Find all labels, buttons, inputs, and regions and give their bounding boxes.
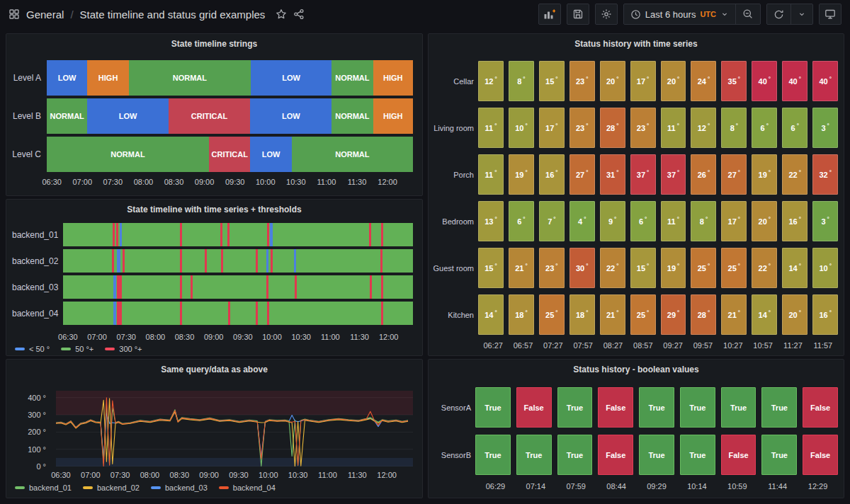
status-cell[interactable]: 14° xyxy=(478,294,504,335)
status-cell[interactable]: 26° xyxy=(691,154,716,195)
state-segment[interactable]: HIGH xyxy=(373,60,413,96)
status-cell[interactable]: 15° xyxy=(539,61,565,101)
status-cell[interactable]: 23° xyxy=(539,248,565,288)
state-segment[interactable]: LOW xyxy=(250,137,291,172)
status-cell[interactable]: 3° xyxy=(812,201,838,241)
state-segment[interactable]: NORMAL xyxy=(332,60,373,96)
status-cell[interactable]: 31° xyxy=(600,154,625,195)
status-cell[interactable]: 21° xyxy=(509,248,534,288)
status-cell[interactable]: 14° xyxy=(782,248,808,288)
state-segment[interactable]: LOW xyxy=(87,98,168,134)
status-cell[interactable]: 20° xyxy=(782,294,808,335)
state-segment[interactable]: NORMAL xyxy=(129,60,251,96)
bool-cell[interactable]: True xyxy=(639,387,674,428)
status-cell[interactable]: 19° xyxy=(509,154,534,195)
status-cell[interactable]: 9° xyxy=(600,201,625,241)
status-cell[interactable]: 25° xyxy=(691,248,716,288)
legend-item[interactable]: 50 °+ xyxy=(61,345,94,353)
bool-cell[interactable]: True xyxy=(721,387,756,428)
bool-cell[interactable]: True xyxy=(475,435,511,475)
status-cell[interactable]: 6° xyxy=(630,201,656,241)
status-cell[interactable]: 23° xyxy=(570,61,595,101)
legend-item[interactable]: backend_02 xyxy=(83,483,140,492)
status-cell[interactable]: 25° xyxy=(539,294,565,335)
state-segment[interactable]: NORMAL xyxy=(47,98,87,134)
status-cell[interactable]: 40° xyxy=(812,61,838,101)
status-cell[interactable]: 28° xyxy=(691,294,716,335)
status-cell[interactable]: 17° xyxy=(539,108,565,148)
status-cell[interactable]: 6° xyxy=(782,108,808,148)
bool-cell[interactable]: False xyxy=(516,387,552,428)
bool-cell[interactable]: True xyxy=(557,387,593,428)
status-cell[interactable]: 17° xyxy=(721,201,747,241)
status-cell[interactable]: 37° xyxy=(630,154,656,195)
state-segment[interactable]: HIGH xyxy=(87,60,128,96)
status-cell[interactable]: 12° xyxy=(478,61,504,101)
status-cell[interactable]: 30° xyxy=(570,248,595,288)
state-segment[interactable]: CRITICAL xyxy=(169,98,251,134)
status-cell[interactable]: 12° xyxy=(691,108,716,148)
status-cell[interactable]: 11° xyxy=(661,201,686,241)
legend-item[interactable]: 300 °+ xyxy=(105,345,142,353)
bool-cell[interactable]: False xyxy=(803,435,838,475)
status-cell[interactable]: 13° xyxy=(478,201,504,241)
state-segment[interactable]: CRITICAL xyxy=(209,137,250,172)
status-cell[interactable]: 16° xyxy=(539,154,565,195)
panel-title[interactable]: Status history - boolean values xyxy=(429,360,844,374)
status-cell[interactable]: 6° xyxy=(752,108,777,148)
status-cell[interactable]: 40° xyxy=(782,61,808,101)
status-cell[interactable]: 16° xyxy=(782,201,808,241)
status-cell[interactable]: 4° xyxy=(570,201,595,241)
status-cell[interactable]: 11° xyxy=(661,108,686,148)
status-cell[interactable]: 16° xyxy=(812,294,838,335)
status-cell[interactable]: 18° xyxy=(509,294,534,335)
bool-cell[interactable]: True xyxy=(761,387,797,428)
save-dashboard-button[interactable] xyxy=(567,4,589,25)
bool-cell[interactable]: True xyxy=(639,435,674,475)
time-range-picker[interactable]: Last 6 hours UTC xyxy=(624,4,735,24)
state-segment[interactable]: HIGH xyxy=(373,98,413,134)
apps-grid-icon[interactable] xyxy=(8,8,20,20)
status-cell[interactable]: 17° xyxy=(630,61,656,101)
state-segment[interactable]: NORMAL xyxy=(47,137,209,172)
status-cell[interactable]: 22° xyxy=(600,248,625,288)
legend-item[interactable]: backend_01 xyxy=(15,483,72,492)
add-panel-button[interactable] xyxy=(538,4,561,25)
panel-title[interactable]: Same query/data as above xyxy=(6,360,422,374)
panel-title[interactable]: State timeline with time series + thresh… xyxy=(6,200,422,214)
bool-cell[interactable]: True xyxy=(680,387,715,428)
bool-cell[interactable]: True xyxy=(516,435,552,475)
status-cell[interactable]: 8° xyxy=(721,108,747,148)
refresh-interval-dropdown[interactable] xyxy=(791,4,812,24)
zoom-out-time-button[interactable] xyxy=(736,4,760,24)
bool-cell[interactable]: False xyxy=(721,435,756,475)
status-cell[interactable]: 37° xyxy=(661,154,686,195)
status-cell[interactable]: 22° xyxy=(752,248,777,288)
breadcrumb-section[interactable]: General xyxy=(26,8,64,21)
status-cell[interactable]: 19° xyxy=(752,154,777,195)
status-cell[interactable]: 7° xyxy=(539,201,565,241)
kiosk-mode-button[interactable] xyxy=(819,4,842,25)
legend-item[interactable]: < 50 ° xyxy=(15,345,50,353)
status-cell[interactable]: 20° xyxy=(752,201,777,241)
status-cell[interactable]: 11° xyxy=(478,154,504,195)
bool-cell[interactable]: False xyxy=(598,387,633,428)
star-icon[interactable] xyxy=(276,8,287,20)
bool-cell[interactable]: True xyxy=(761,435,797,475)
legend-item[interactable]: backend_04 xyxy=(219,483,276,492)
status-cell[interactable]: 27° xyxy=(570,154,595,195)
status-cell[interactable]: 25° xyxy=(721,248,747,288)
bool-cell[interactable]: False xyxy=(803,387,838,428)
status-cell[interactable]: 20° xyxy=(600,61,625,101)
status-cell[interactable]: 23° xyxy=(570,108,595,148)
status-cell[interactable]: 8° xyxy=(691,201,716,241)
status-cell[interactable]: 8° xyxy=(509,61,534,101)
line-chart-plot[interactable] xyxy=(56,391,413,466)
bool-cell[interactable]: True xyxy=(475,387,511,428)
timeline-bar[interactable] xyxy=(63,223,413,246)
status-cell[interactable]: 21° xyxy=(600,294,625,335)
share-icon[interactable] xyxy=(293,8,305,20)
bool-cell[interactable]: False xyxy=(598,435,633,475)
status-cell[interactable]: 6° xyxy=(509,201,534,241)
status-cell[interactable]: 19° xyxy=(661,248,686,288)
